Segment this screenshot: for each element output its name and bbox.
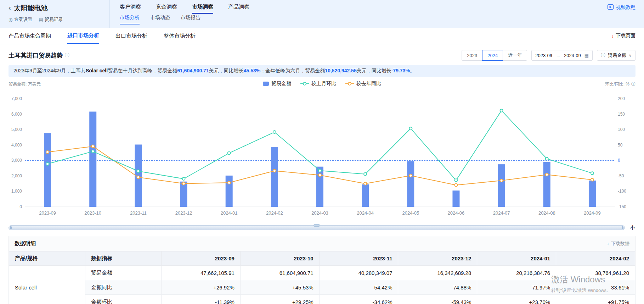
metric-cell: 金额环比 xyxy=(85,295,162,304)
download-page-button[interactable]: ↓ 下载页面 xyxy=(611,28,635,44)
mom-point-2023-11[interactable] xyxy=(137,170,140,172)
yoy-point-2024-01[interactable] xyxy=(228,181,231,184)
subtab-market-analysis[interactable]: 市场分析 xyxy=(120,15,140,24)
mom-point-2023-10[interactable] xyxy=(91,150,94,153)
mom-point-2024-04[interactable] xyxy=(364,173,367,176)
mom-point-2024-05[interactable] xyxy=(409,127,412,130)
year-2024-button[interactable]: 2024 xyxy=(482,50,503,61)
zoom-slider[interactable] xyxy=(9,225,625,230)
value-cell: -59.43% xyxy=(398,295,477,304)
download-data-button[interactable]: ↓ 下载数据 xyxy=(607,241,630,247)
subtab-market-dynamics[interactable]: 市场动态 xyxy=(150,15,170,24)
trend-section: 土耳其进口贸易趋势 ⓘ 2023 2024 近一年 2023-09 → 2024… xyxy=(0,44,644,231)
nav-overall-analysis[interactable]: 整体市场分析 xyxy=(164,28,196,44)
x-tick: 2024-01 xyxy=(221,210,238,216)
legend-yoy[interactable]: 较去年同比 xyxy=(345,81,381,87)
y-left-tick: 7,000 xyxy=(11,96,22,101)
tab-product-insight[interactable]: 产品洞察 xyxy=(228,4,249,14)
mom-point-2024-07[interactable] xyxy=(500,109,503,112)
legend-trade-amount[interactable]: 贸易金额 xyxy=(263,81,291,87)
bar-2024-05[interactable] xyxy=(407,161,414,207)
play-icon: ▶ xyxy=(608,4,614,10)
x-tick: 2024-09 xyxy=(584,210,601,216)
summary-segment: ；全年低峰为六月，贸易金额 xyxy=(260,68,325,73)
metric-select[interactable]: ⓘ 贸易金额 ∨ xyxy=(597,50,635,61)
settings-icon: ◎ xyxy=(9,17,12,22)
video-tutorial-button[interactable]: ▶ 视频教程 xyxy=(608,0,635,28)
bar-2024-07[interactable] xyxy=(498,164,505,207)
tab-competitor-insight[interactable]: 竞企洞察 xyxy=(156,4,177,14)
value-cell: 40,280,349.07 xyxy=(319,266,398,280)
bar-2023-09[interactable] xyxy=(44,133,51,207)
legend-yoy-marker xyxy=(345,83,354,84)
tab-customer-insight[interactable]: 客户洞察 xyxy=(120,4,141,14)
col-header-month: 2023-12 xyxy=(398,252,477,266)
mom-point-2023-09[interactable] xyxy=(46,162,49,165)
value-cell: -11.39% xyxy=(162,295,241,304)
table-row: 金额环比-11.39%+29.25%-34.62%-59.43%+23.70%+… xyxy=(9,295,635,304)
yoy-point-2023-11[interactable] xyxy=(137,176,140,179)
yoy-point-2023-09[interactable] xyxy=(46,151,49,154)
right-axis-info-icon[interactable]: ⓘ xyxy=(631,81,635,87)
summary-segment: 美元，同比增长 xyxy=(357,68,391,73)
trade-records-button[interactable]: ▤ 贸易记录 xyxy=(39,16,63,23)
table-section-title: 数据明细 xyxy=(15,240,36,247)
yoy-point-2024-08[interactable] xyxy=(546,173,548,176)
mom-point-2024-02[interactable] xyxy=(273,131,276,133)
yoy-point-2024-06[interactable] xyxy=(454,184,457,187)
summary-segment: -79.73% xyxy=(391,68,410,73)
bar-2024-02[interactable] xyxy=(271,147,278,207)
yoy-point-2024-02[interactable] xyxy=(273,170,276,172)
tab-market-insight[interactable]: 市场洞察 xyxy=(192,4,213,14)
scheme-settings-button[interactable]: ◎ 方案设置 xyxy=(9,16,32,23)
scheme-settings-label: 方案设置 xyxy=(14,16,32,23)
bar-2024-01[interactable] xyxy=(226,176,233,207)
yoy-point-2023-12[interactable] xyxy=(182,182,185,185)
legend-mom[interactable]: 较上月环比 xyxy=(300,81,336,87)
x-tick: 2024-05 xyxy=(402,210,419,216)
records-icon: ▤ xyxy=(39,17,43,22)
mom-point-2024-06[interactable] xyxy=(454,179,457,182)
mom-point-2024-09[interactable] xyxy=(591,172,594,175)
subtab-market-report[interactable]: 市场报告 xyxy=(181,15,200,24)
legend-mom-label: 较上月环比 xyxy=(311,81,336,87)
date-range-picker[interactable]: 2023-09 → 2024-09 ▦ xyxy=(531,50,593,61)
back-icon[interactable]: ‹ xyxy=(9,4,11,12)
y-left-tick: 3,000 xyxy=(11,158,22,163)
nav-export-analysis[interactable]: 出口市场分析 xyxy=(115,28,147,44)
bar-2024-04[interactable] xyxy=(362,184,369,207)
recent-year-button[interactable]: 近一年 xyxy=(503,50,527,61)
bar-2024-03[interactable] xyxy=(316,167,323,207)
x-tick: 2023-10 xyxy=(84,210,101,216)
chart-canvas[interactable]: 01,0002,0003,0004,0005,0006,0007,000-150… xyxy=(9,90,635,222)
download-page-icon: ↓ xyxy=(611,33,614,39)
mom-point-2024-03[interactable] xyxy=(318,169,321,172)
summary-segment: 2023年9月至2024年9月，土耳其 xyxy=(13,68,86,73)
x-tick: 2024-07 xyxy=(493,210,510,216)
yoy-point-2024-05[interactable] xyxy=(409,174,412,177)
download-page-label: 下载页面 xyxy=(616,33,635,39)
yoy-point-2024-09[interactable] xyxy=(591,178,594,181)
summary-segment: 45.53% xyxy=(244,68,260,73)
bar-2024-08[interactable] xyxy=(543,162,550,207)
yoy-point-2024-04[interactable] xyxy=(364,182,367,185)
nav-import-analysis[interactable]: 进口市场分析 xyxy=(67,28,99,44)
yoy-point-2023-10[interactable] xyxy=(91,145,94,148)
yoy-point-2024-03[interactable] xyxy=(318,174,321,177)
bar-2024-09[interactable] xyxy=(589,181,596,207)
summary-banner: 2023年9月至2024年9月，土耳其Solar cell贸易在十月达到高峰，贸… xyxy=(9,65,635,77)
nav-product-lifecycle[interactable]: 产品市场生命周期 xyxy=(9,28,51,44)
bar-2024-06[interactable] xyxy=(452,190,459,207)
bar-2023-10[interactable] xyxy=(89,112,96,207)
summary-segment: 10,520,942.55 xyxy=(325,68,357,73)
mom-point-2023-12[interactable] xyxy=(182,177,185,180)
year-2023-button[interactable]: 2023 xyxy=(462,50,482,61)
mom-point-2024-08[interactable] xyxy=(546,157,548,160)
yoy-point-2024-07[interactable] xyxy=(500,179,503,182)
page-title: 太阳能电池 xyxy=(14,4,47,13)
zoom-slider-handle[interactable] xyxy=(313,224,320,227)
mom-point-2024-01[interactable] xyxy=(228,152,231,155)
summary-segment: 贸易在十月达到高峰，贸易金额 xyxy=(108,68,177,73)
value-cell: +23.70% xyxy=(477,295,556,304)
chart-title-info-icon[interactable]: ⓘ xyxy=(65,52,69,59)
